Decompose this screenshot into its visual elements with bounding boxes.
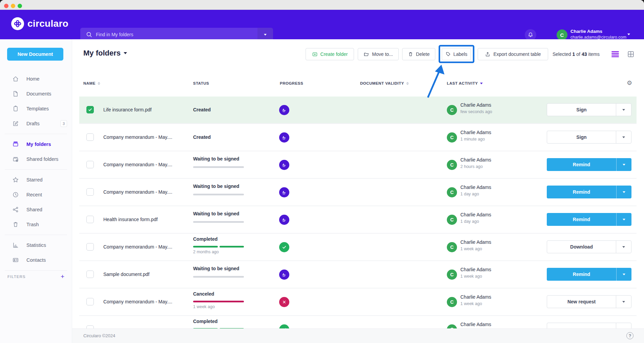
list-view-icon[interactable] <box>611 50 619 58</box>
row-action-button[interactable]: Remind <box>547 213 631 226</box>
activity-user: Charlie Adams <box>460 157 491 163</box>
column-header-status[interactable]: STATUS <box>193 81 209 85</box>
export-document-table-button[interactable]: Export document table <box>478 48 548 60</box>
row-action-button[interactable]: Sign <box>547 131 631 144</box>
table-row[interactable]: Company memorandum - May.... Waiting to … <box>79 151 637 178</box>
sidebar-item-my-folders[interactable]: My folders <box>0 137 72 152</box>
row-action-button[interactable]: Download <box>547 240 631 253</box>
divider <box>5 134 67 134</box>
row-checkbox[interactable] <box>86 325 94 328</box>
action-dropdown[interactable] <box>616 241 631 253</box>
column-header-document-validity[interactable]: DOCUMENT VALIDITY <box>360 81 409 85</box>
document-name[interactable]: Company memorandum - May.... <box>103 288 172 315</box>
row-action-button[interactable]: Remind <box>547 158 631 171</box>
bell-icon <box>527 32 534 38</box>
document-name[interactable]: Company memorandum - May.... <box>103 151 172 178</box>
sort-icon <box>406 82 409 85</box>
logo[interactable]: circularo <box>11 17 68 30</box>
minimize-button[interactable] <box>11 4 15 8</box>
sidebar-item-label: Trash <box>26 222 39 227</box>
table-header: NAME STATUS PROGRESS DOCUMENT VALIDITY L… <box>79 77 637 92</box>
table-row[interactable]: Sample document.pdf Waiting to be signed… <box>79 261 637 288</box>
row-action-button[interactable]: New request <box>547 295 631 308</box>
table-row[interactable]: Company memorandum - May.... Waiting to … <box>79 179 637 206</box>
sort-desc-icon <box>480 83 483 84</box>
document-name[interactable]: Company memorandum - May.... <box>103 234 172 260</box>
avatar: C <box>447 187 457 197</box>
button-label: Labels <box>453 51 467 57</box>
sidebar-item-statistics[interactable]: Statistics <box>0 238 72 253</box>
action-dropdown[interactable] <box>616 131 631 143</box>
action-dropdown[interactable] <box>616 158 631 171</box>
create-folder-button[interactable]: Create folder <box>306 48 354 60</box>
document-name[interactable]: Life insurance form.pdf <box>103 97 151 123</box>
table-row[interactable]: Company memorandum - May.... Canceled 1 … <box>79 288 637 315</box>
row-action-button[interactable]: Remind <box>547 268 631 281</box>
sidebar-item-trash[interactable]: Trash <box>0 217 72 232</box>
row-checkbox[interactable] <box>86 188 94 196</box>
action-dropdown[interactable] <box>616 186 631 198</box>
row-checkbox[interactable] <box>86 106 94 113</box>
sidebar-item-recent[interactable]: Recent <box>0 187 72 202</box>
table-row[interactable]: Life insurance form.pdf Created C Charli… <box>79 97 637 123</box>
page-title[interactable]: My folders <box>83 49 127 58</box>
notifications-button[interactable] <box>525 29 536 41</box>
close-button[interactable] <box>4 4 8 8</box>
row-action-button[interactable]: Sign <box>547 103 631 116</box>
sidebar-item-shared-folders[interactable]: Shared folders <box>0 152 72 167</box>
avatar: C <box>447 270 457 280</box>
row-checkbox[interactable] <box>86 133 94 141</box>
gear-icon[interactable]: ⚙ <box>627 79 632 86</box>
action-dropdown[interactable] <box>616 104 631 116</box>
column-header-name[interactable]: NAME <box>83 81 100 85</box>
row-action-button[interactable]: Remind <box>547 186 631 198</box>
filters-section: FILTERS + <box>0 273 72 280</box>
table-row[interactable]: Company memorandum - May.... Created C C… <box>79 124 637 151</box>
document-name[interactable]: Health insurance form.pdf <box>103 206 158 233</box>
status-time: 2 months ago <box>193 250 219 254</box>
delete-button[interactable]: Delete <box>402 48 435 60</box>
action-dropdown[interactable] <box>616 323 631 328</box>
sidebar: New Document Home Documents Templates Dr… <box>0 39 72 343</box>
row-checkbox[interactable] <box>86 298 94 305</box>
row-checkbox[interactable] <box>86 216 94 223</box>
column-header-progress[interactable]: PROGRESS <box>280 81 303 85</box>
move-to-button[interactable]: Move to... <box>358 48 399 60</box>
column-header-last-activity[interactable]: LAST ACTIVITY <box>447 81 483 85</box>
drafts-icon <box>12 120 19 127</box>
activity-time: 1 week ago <box>460 274 482 279</box>
labels-button[interactable]: Labels <box>442 48 471 60</box>
table-row[interactable]: Completed C Charlie Adams <box>79 316 637 328</box>
share-icon <box>12 206 19 213</box>
row-checkbox[interactable] <box>86 271 94 278</box>
document-name[interactable]: Company memorandum - May.... <box>103 179 172 206</box>
row-checkbox[interactable] <box>86 161 94 168</box>
document-name[interactable]: Sample document.pdf <box>103 261 149 288</box>
sidebar-item-documents[interactable]: Documents <box>0 86 72 101</box>
sidebar-item-templates[interactable]: Templates <box>0 101 72 116</box>
sidebar-item-starred[interactable]: Starred <box>0 172 72 187</box>
x-icon <box>279 297 289 307</box>
contacts-icon <box>12 257 19 263</box>
add-filter-button[interactable]: + <box>61 273 64 280</box>
grid-view-icon[interactable] <box>627 50 635 59</box>
zoom-button[interactable] <box>18 4 22 8</box>
folder-move-icon <box>363 51 369 57</box>
sidebar-item-home[interactable]: Home <box>0 71 72 86</box>
action-dropdown[interactable] <box>616 213 631 226</box>
document-name[interactable]: Company memorandum - May.... <box>103 124 172 151</box>
help-button[interactable]: ? <box>626 332 633 339</box>
row-action-button[interactable] <box>547 323 631 328</box>
check-icon <box>88 107 92 112</box>
sidebar-item-drafts[interactable]: Drafts 3 <box>0 116 72 131</box>
activity-time: 2 hours ago <box>460 164 483 169</box>
action-dropdown[interactable] <box>616 296 631 308</box>
chevron-down-icon <box>622 246 625 248</box>
action-dropdown[interactable] <box>616 268 631 281</box>
new-document-button[interactable]: New Document <box>7 48 63 61</box>
table-row[interactable]: Company memorandum - May.... Completed 2… <box>79 234 637 260</box>
table-row[interactable]: Health insurance form.pdf Waiting to be … <box>79 206 637 233</box>
row-checkbox[interactable] <box>86 243 94 251</box>
sidebar-item-contacts[interactable]: Contacts <box>0 253 72 267</box>
sidebar-item-shared[interactable]: Shared <box>0 202 72 217</box>
